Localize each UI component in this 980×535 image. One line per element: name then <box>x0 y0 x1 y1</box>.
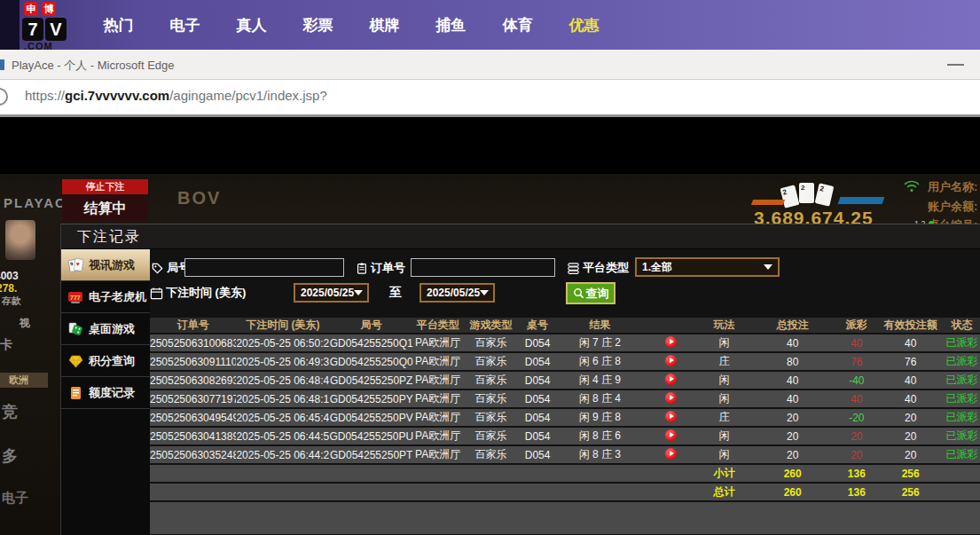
reload-icon[interactable] <box>0 88 8 106</box>
nav-item-fishing[interactable]: 捕鱼 <box>418 15 484 35</box>
record-cell: 闲 8 庄 3 <box>555 446 644 463</box>
record-cell: PA欧洲厅 <box>413 428 462 445</box>
record-cell: 已派彩 <box>943 428 980 445</box>
record-cell: 250525063091110 <box>150 353 236 370</box>
column-header: 桌号 <box>520 318 555 333</box>
subtotal-row-cell <box>520 465 555 482</box>
column-header: 状态 <box>943 318 980 333</box>
record-cell: D054 <box>520 334 555 351</box>
panel-content: 局号 订单号 平台类型 1.全部 下注时间 (美东) 2025/ <box>150 249 980 535</box>
record-cell: 20 <box>835 446 879 463</box>
sidebar-item-table-games[interactable]: 桌面游戏 <box>61 313 150 345</box>
replay-button[interactable] <box>665 448 677 460</box>
record-cell: 2025-05-25 06:44:26 <box>236 446 329 463</box>
logo-badge-shen: 申 <box>24 2 38 16</box>
table-footer-spacer-cell <box>150 502 980 534</box>
subtotal-row-cell <box>150 465 236 482</box>
total-row-cell <box>413 484 462 500</box>
nav-menu: 热门 电子 真人 彩票 棋牌 捕鱼 体育 优惠 <box>85 0 617 50</box>
column-header: 订单号 <box>150 318 236 333</box>
replay-button[interactable] <box>665 392 677 404</box>
nav-item-slots[interactable]: 电子 <box>152 15 218 35</box>
dice-icon <box>67 321 84 337</box>
doc-icon <box>67 385 84 401</box>
date-from-select[interactable]: 2025/05/25 <box>294 283 369 303</box>
sidebar-item-live-games[interactable]: 9 ♥ 视讯游戏 <box>61 249 150 281</box>
record-cell: GD054255250Q0 <box>329 353 413 370</box>
order-number-input[interactable] <box>411 258 555 277</box>
record-cell: 庄 <box>697 409 750 426</box>
column-header: 下注时间 (美东) <box>236 318 329 333</box>
record-cell: 已派彩 <box>943 409 980 426</box>
logo-badge-bo: 博 <box>42 2 56 16</box>
record-row: 2505250630413892025-05-25 06:44:59GD0542… <box>150 428 980 445</box>
replay-button[interactable] <box>665 336 677 348</box>
round-number-input[interactable] <box>184 258 344 277</box>
total-row-cell: 260 <box>750 484 835 500</box>
window-titlebar: PlayAce - 个人 - Microsoft Edge <box>0 50 980 80</box>
stop-bet-banner: 停止下注 <box>62 179 148 194</box>
replay-button[interactable] <box>665 429 677 441</box>
bg-fragment: 欧洲 <box>0 373 48 388</box>
total-row-cell <box>462 484 520 500</box>
record-cell: 2025-05-25 06:49:32 <box>236 353 329 370</box>
url-path: /agingame/pcv1/index.jsp? <box>169 88 327 103</box>
record-cell: PA欧洲厅 <box>413 409 462 426</box>
subtotal-row-cell: 260 <box>750 465 835 482</box>
replay-button[interactable] <box>665 374 677 385</box>
record-cell: 250525063035248 <box>150 446 236 463</box>
record-cell: D054 <box>520 390 555 407</box>
gem-icon <box>67 353 84 369</box>
record-cell: GD054255250PU <box>329 428 413 445</box>
replay-cell <box>644 372 697 389</box>
logo-v: V <box>45 18 67 41</box>
bg-fragment: 278. <box>0 282 17 295</box>
url-text[interactable]: https://gci.7vvvvvv.com/agingame/pcv1/in… <box>25 88 327 103</box>
player-bar <box>838 197 885 204</box>
nav-item-sports[interactable]: 体育 <box>484 15 551 35</box>
total-row-cell <box>943 484 980 500</box>
record-cell: 20 <box>879 446 943 463</box>
minimize-button[interactable] <box>947 64 964 66</box>
record-cell: 40 <box>750 390 835 407</box>
platform-type-select[interactable]: 1.全部 <box>635 257 780 277</box>
replay-button[interactable] <box>665 355 677 366</box>
record-cell: 250525063077197 <box>150 390 236 407</box>
record-cell: 百家乐 <box>462 428 520 445</box>
record-cell: 40 <box>879 372 943 389</box>
nav-item-live[interactable]: 真人 <box>218 15 285 35</box>
nav-item-board[interactable]: 棋牌 <box>351 15 418 35</box>
nav-item-lottery[interactable]: 彩票 <box>285 15 351 35</box>
total-row-cell: 136 <box>835 484 879 500</box>
bg-fragment: 竞 <box>2 401 18 422</box>
record-cell: 76 <box>835 353 879 370</box>
bg-fragment: 存款 <box>2 295 21 308</box>
address-bar[interactable]: https://gci.7vvvvvv.com/agingame/pcv1/in… <box>0 80 980 114</box>
date-to-select[interactable]: 2025/05/25 <box>419 283 495 303</box>
platform-type-label: 平台类型 <box>567 259 629 277</box>
record-row: 2505250630495492025-05-25 06:45:46GD0542… <box>150 409 980 426</box>
site-navbar: 申 博 7 V .COM 热门 电子 真人 彩票 棋牌 捕鱼 体育 优惠 <box>0 0 980 50</box>
nav-item-promo[interactable]: 优惠 <box>551 15 617 35</box>
site-logo[interactable]: 申 博 7 V .COM <box>22 2 77 51</box>
record-cell: 百家乐 <box>462 446 520 463</box>
total-row-cell <box>150 484 236 500</box>
record-cell: GD054255250PT <box>329 446 413 463</box>
bg-fragment: 电子 <box>2 490 28 507</box>
record-cell: 20 <box>750 409 835 426</box>
panel-sidebar: 9 ♥ 视讯游戏 777 电子老虎机 <box>61 249 150 535</box>
sidebar-item-label: 积分查询 <box>89 353 135 369</box>
record-cell: 20 <box>879 428 943 445</box>
sidebar-item-slot-machines[interactable]: 777 电子老虎机 <box>61 281 150 313</box>
replay-button[interactable] <box>665 411 677 422</box>
nav-item-hot[interactable]: 热门 <box>85 15 152 35</box>
record-cell: 40 <box>750 372 835 389</box>
total-row-cell <box>520 484 555 500</box>
sidebar-item-label: 视讯游戏 <box>89 257 135 273</box>
search-button[interactable]: 查询 <box>566 282 615 304</box>
record-cell: 2025-05-25 06:50:24 <box>236 334 329 351</box>
sidebar-item-credit-records[interactable]: 额度记录 <box>61 377 150 409</box>
sidebar-item-points-inquiry[interactable]: 积分查询 <box>61 345 150 377</box>
record-cell: 闲 <box>697 334 750 351</box>
date-to-value: 2025/05/25 <box>427 287 480 299</box>
